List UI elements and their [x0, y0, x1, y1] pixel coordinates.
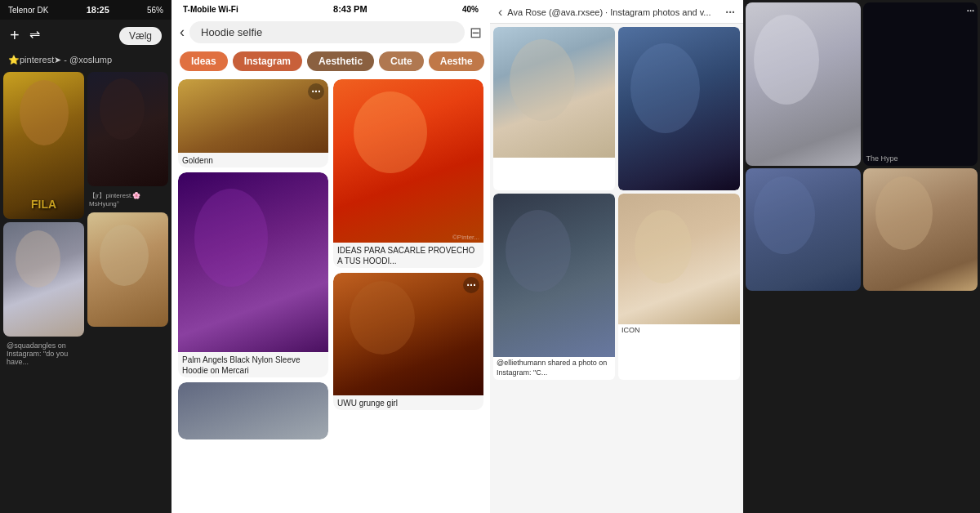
- chips-row: Ideas Instagram Aesthetic Cute Aesthe: [172, 47, 490, 76]
- p4-hype-more[interactable]: ···: [967, 6, 974, 16]
- pin-col-left: ··· Goldenn Palm Angels Black Nylon Slee…: [178, 79, 328, 439]
- dark-hair-label: 【jr】pinterest.🌸 MsHyung°: [87, 190, 168, 209]
- back-button[interactable]: ‹: [180, 24, 185, 41]
- chip-ideas[interactable]: Ideas: [180, 51, 228, 71]
- add-icon[interactable]: +: [10, 26, 20, 45]
- time-1: 18:25: [87, 5, 109, 15]
- insta-card-ava[interactable]: [493, 27, 615, 190]
- pin-hoodie-partial[interactable]: [178, 382, 328, 439]
- battery-1: 56%: [147, 6, 163, 15]
- fila-girl-image: FILA: [3, 72, 84, 219]
- insta-card-longhair[interactable]: [618, 27, 740, 190]
- pin-grid: ··· Goldenn Palm Angels Black Nylon Slee…: [172, 76, 490, 443]
- pin-more-icon[interactable]: ···: [308, 83, 324, 100]
- time-2: 8:43 PM: [333, 4, 368, 14]
- filter-icon[interactable]: ⇌: [29, 26, 40, 45]
- insta-more-icon[interactable]: ···: [725, 6, 735, 19]
- p4-hype-card[interactable]: ··· The Hype: [863, 2, 978, 166]
- insta-header: ‹ Ava Rose (@ava.rxsee) · Instagram phot…: [490, 0, 743, 24]
- username-label: ⭐pinterest➤ - @xoslump: [0, 51, 172, 69]
- p4-selfie[interactable]: [863, 168, 978, 291]
- chip-aesthetic[interactable]: Aesthetic: [307, 51, 374, 71]
- icon-label: ICON: [618, 324, 740, 338]
- chip-aesthe[interactable]: Aesthe: [429, 51, 484, 71]
- status-bar-1: Telenor DK 18:25 56%: [0, 0, 172, 20]
- pin-more-grunge[interactable]: ···: [463, 277, 479, 293]
- top-bar-1: + ⇌ Vælg: [0, 20, 172, 51]
- insta-card-ellie[interactable]: @elliethumann shared a photo on Instagra…: [493, 194, 615, 380]
- panel-pinterest-search: T-Mobile Wi-Fi 8:43 PM 40% ‹ Hoodie self…: [172, 0, 490, 513]
- pin-orange[interactable]: ©Pinter... IDEAS PARA SACARLE PROVECHO A…: [333, 79, 483, 268]
- pin-purple[interactable]: Palm Angels Black Nylon Sleeve Hoodie on…: [178, 172, 328, 377]
- pin-grunge-title: UWU grunge girl: [333, 395, 483, 410]
- insta-card-smile[interactable]: ICON: [618, 194, 740, 380]
- pin-golden[interactable]: ··· Goldenn: [178, 79, 328, 167]
- chip-cute[interactable]: Cute: [379, 51, 424, 71]
- pin-golden-title: Goldenn: [178, 153, 328, 167]
- insta-back-icon[interactable]: ‹: [498, 5, 502, 20]
- panel-right: ··· The Hype: [743, 0, 980, 513]
- p4-hype-label: The Hype: [866, 154, 898, 163]
- insta-title: Ava Rose (@ava.rxsee) · Instagram photos…: [507, 7, 710, 17]
- insta-grid: @elliethumann shared a photo on Instagra…: [490, 24, 743, 383]
- search-input[interactable]: Hoodie selfie: [189, 21, 465, 43]
- chin-girl-label: @squadangles on Instagram: "do you have.…: [3, 340, 84, 368]
- battery-2: 40%: [462, 5, 479, 14]
- chin-girl-image: [3, 222, 84, 337]
- p4-white-hoodie[interactable]: [746, 2, 861, 166]
- pin-col-right: ©Pinter... IDEAS PARA SACARLE PROVECHO A…: [333, 79, 483, 439]
- panel-instagram: ‹ Ava Rose (@ava.rxsee) · Instagram phot…: [490, 0, 743, 513]
- filter-button[interactable]: ⊟: [470, 24, 482, 42]
- dark-hair-image: [87, 72, 168, 186]
- image-grid-1: FILA @squadangles on Instagram: "do you …: [0, 69, 172, 371]
- blonde-selfie-image: [87, 212, 168, 327]
- pin-orange-title: IDEAS PARA SACARLE PROVECHO A TUS HOODI.…: [333, 243, 483, 268]
- ellie-label: @elliethumann shared a photo on Instagra…: [493, 357, 615, 380]
- search-query: Hoodie selfie: [201, 26, 262, 38]
- p4-girl2[interactable]: [746, 168, 861, 291]
- left-col: FILA @squadangles on Instagram: "do you …: [3, 72, 84, 368]
- pin-purple-title: Palm Angels Black Nylon Sleeve Hoodie on…: [178, 352, 328, 377]
- p4-wrap: ··· The Hype: [743, 0, 980, 293]
- action-icons: + ⇌: [10, 26, 40, 45]
- carrier-1: Telenor DK: [8, 6, 48, 15]
- search-bar: ‹ Hoodie selfie ⊟: [172, 18, 490, 47]
- status-bar-2: T-Mobile Wi-Fi 8:43 PM 40%: [172, 0, 490, 18]
- panel-pinterest-dark: Telenor DK 18:25 56% + ⇌ Vælg ⭐pinterest…: [0, 0, 172, 513]
- carrier-2: T-Mobile Wi-Fi: [183, 5, 238, 14]
- vaelg-button[interactable]: Vælg: [119, 27, 162, 45]
- chip-instagram[interactable]: Instagram: [233, 51, 302, 71]
- right-col: 【jr】pinterest.🌸 MsHyung°: [87, 72, 168, 368]
- pin-grunge[interactable]: ··· UWU grunge girl: [333, 273, 483, 410]
